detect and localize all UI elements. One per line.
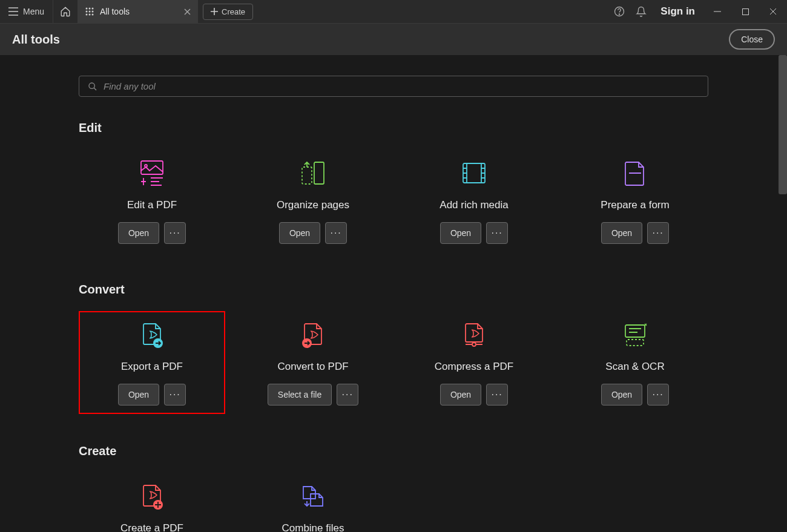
- tool-name: Export a PDF: [121, 361, 183, 373]
- open-button[interactable]: Open: [601, 222, 642, 244]
- more-button[interactable]: ···: [164, 384, 186, 406]
- search-icon: [88, 82, 97, 91]
- open-button[interactable]: Open: [601, 384, 642, 406]
- ellipsis-icon: ···: [491, 389, 502, 400]
- svg-rect-16: [302, 167, 312, 184]
- maximize-button[interactable]: [731, 0, 759, 24]
- tool-add-rich-media[interactable]: Add rich media Open ···: [401, 149, 547, 252]
- more-button[interactable]: ···: [325, 222, 347, 244]
- tool-compress-pdf[interactable]: Compress a PDF Open ···: [401, 311, 547, 414]
- tool-organize-pages[interactable]: Organize pages Open ···: [240, 149, 386, 252]
- compress-pdf-icon: [459, 320, 489, 350]
- ellipsis-icon: ···: [652, 228, 664, 238]
- create-label: Create: [222, 7, 245, 16]
- close-panel-button[interactable]: Close: [729, 29, 775, 50]
- svg-point-8: [92, 14, 94, 16]
- tool-name: Prepare a form: [601, 199, 669, 211]
- svg-point-2: [92, 8, 94, 10]
- tool-name: Convert to PDF: [277, 361, 348, 373]
- page-title: All tools: [12, 33, 60, 47]
- minimize-button[interactable]: [703, 0, 731, 24]
- svg-point-12: [89, 83, 94, 88]
- subheader: All tools Close: [0, 24, 787, 55]
- window-controls: [703, 0, 787, 24]
- tab-label: All tools: [100, 7, 130, 16]
- svg-point-20: [472, 343, 476, 346]
- section-title-create: Create: [79, 444, 708, 458]
- tool-edit-pdf[interactable]: Edit a PDF Open ···: [79, 149, 225, 252]
- hamburger-icon: [8, 7, 18, 16]
- titlebar: Menu All tools Create Sign in: [0, 0, 787, 24]
- select-file-button[interactable]: Select a file: [268, 384, 332, 406]
- tool-prepare-form[interactable]: Prepare a form Open ···: [562, 149, 708, 252]
- svg-rect-22: [627, 340, 644, 346]
- bell-icon: [636, 6, 647, 17]
- tool-name: Scan & OCR: [605, 361, 664, 373]
- create-grid: Create a PDF Open ··· Combine files Open…: [79, 473, 708, 532]
- more-button[interactable]: ···: [164, 222, 186, 244]
- tool-name: Add rich media: [440, 199, 508, 211]
- tab-all-tools[interactable]: All tools: [78, 0, 198, 23]
- more-button[interactable]: ···: [647, 384, 669, 406]
- help-icon: [614, 6, 625, 17]
- tool-export-pdf[interactable]: Export a PDF Open ···: [79, 311, 225, 414]
- tool-scan-ocr[interactable]: Scan & OCR Open ···: [562, 311, 708, 414]
- open-button[interactable]: Open: [440, 222, 481, 244]
- notifications-button[interactable]: [630, 0, 652, 23]
- svg-point-7: [89, 14, 91, 16]
- tool-name: Combine files: [282, 522, 344, 532]
- tool-name: Edit a PDF: [127, 199, 177, 211]
- tool-name: Create a PDF: [120, 522, 183, 532]
- svg-point-5: [92, 11, 94, 13]
- organize-pages-icon: [298, 158, 328, 188]
- convert-grid: Export a PDF Open ··· Convert to PDF Sel…: [79, 311, 708, 414]
- more-button[interactable]: ···: [486, 384, 508, 406]
- more-button[interactable]: ···: [647, 222, 669, 244]
- svg-rect-15: [314, 162, 324, 184]
- minimize-icon: [714, 8, 721, 15]
- ellipsis-icon: ···: [169, 228, 180, 238]
- tool-convert-to-pdf[interactable]: Convert to PDF Select a file ···: [240, 311, 386, 414]
- tool-combine-files[interactable]: Combine files Open ···: [240, 473, 386, 532]
- scrollbar-thumb[interactable]: [779, 55, 787, 194]
- svg-point-3: [86, 11, 88, 13]
- svg-rect-11: [742, 8, 748, 15]
- svg-point-4: [89, 11, 91, 13]
- tool-name: Organize pages: [277, 199, 349, 211]
- menu-button[interactable]: Menu: [0, 0, 53, 23]
- open-button[interactable]: Open: [279, 222, 320, 244]
- ellipsis-icon: ···: [491, 228, 502, 238]
- maximize-icon: [742, 8, 749, 15]
- scan-ocr-icon: [620, 320, 650, 350]
- close-window-button[interactable]: [759, 0, 787, 24]
- svg-rect-21: [625, 325, 645, 337]
- open-button[interactable]: Open: [440, 384, 481, 406]
- search-input[interactable]: [104, 81, 699, 91]
- svg-point-10: [619, 14, 620, 15]
- close-icon: [769, 8, 777, 15]
- close-icon: [184, 8, 191, 15]
- tab-close-button[interactable]: [184, 8, 191, 15]
- section-title-edit: Edit: [79, 121, 708, 135]
- create-button[interactable]: Create: [203, 4, 253, 20]
- svg-point-0: [86, 8, 88, 10]
- ellipsis-icon: ···: [652, 389, 664, 400]
- ellipsis-icon: ···: [342, 389, 354, 400]
- convert-to-pdf-icon: [298, 320, 328, 350]
- help-button[interactable]: [608, 0, 630, 23]
- signin-button[interactable]: Sign in: [652, 5, 703, 18]
- search-bar[interactable]: [79, 76, 708, 97]
- tool-name: Compress a PDF: [435, 361, 513, 373]
- open-button[interactable]: Open: [118, 384, 159, 406]
- more-button[interactable]: ···: [486, 222, 508, 244]
- create-pdf-icon: [137, 481, 167, 511]
- export-pdf-icon: [137, 320, 167, 350]
- edit-pdf-icon: [137, 158, 167, 188]
- svg-point-1: [89, 8, 91, 10]
- prepare-form-icon: [620, 158, 650, 188]
- open-button[interactable]: Open: [118, 222, 159, 244]
- tool-create-pdf[interactable]: Create a PDF Open ···: [79, 473, 225, 532]
- home-button[interactable]: [53, 0, 78, 23]
- more-button[interactable]: ···: [337, 384, 358, 406]
- content-area: Edit Edit a PDF Open ··· Organize pages …: [0, 55, 787, 532]
